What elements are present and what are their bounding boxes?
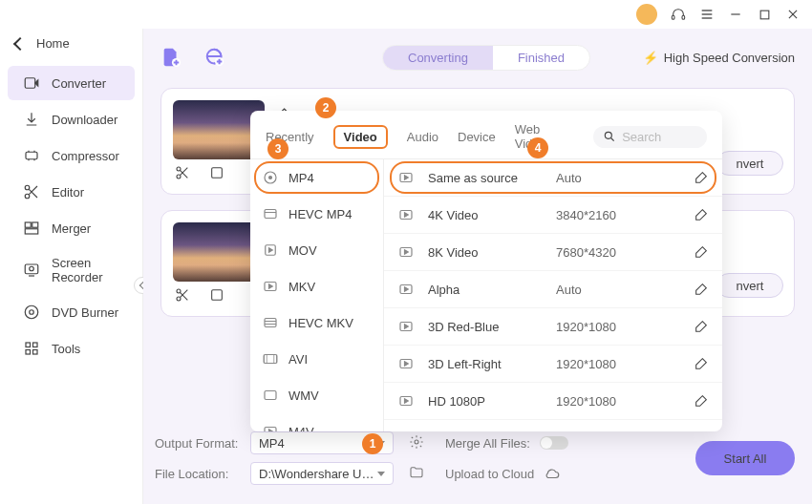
- svg-rect-29: [212, 168, 223, 178]
- resolution-option[interactable]: HD 720P1280*720: [384, 420, 722, 431]
- sidebar-item-compressor[interactable]: Compressor: [8, 138, 135, 173]
- edit-icon[interactable]: [694, 319, 709, 334]
- sidebar-item-merger[interactable]: Merger: [8, 211, 135, 245]
- crop-icon[interactable]: [209, 165, 226, 182]
- sidebar-icon: [23, 340, 40, 357]
- sidebar-item-screen-recorder[interactable]: Screen Recorder: [8, 247, 135, 293]
- edit-icon[interactable]: [694, 356, 709, 371]
- sidebar-item-downloader[interactable]: Downloader: [8, 102, 135, 136]
- format-m4v[interactable]: M4V: [250, 413, 383, 431]
- format-label: HEVC MKV: [288, 316, 353, 330]
- resolution-value: Auto: [556, 283, 680, 297]
- svg-point-28: [177, 175, 181, 178]
- format-icon: [262, 205, 279, 222]
- sidebar-item-editor[interactable]: Editor: [8, 175, 135, 209]
- format-wmv[interactable]: WMV: [250, 377, 383, 413]
- tab-device[interactable]: Device: [458, 130, 496, 144]
- edit-icon[interactable]: [694, 393, 709, 409]
- svg-point-34: [605, 132, 611, 138]
- callout-3: 3: [267, 138, 288, 159]
- sidebar-item-label: DVD Burner: [52, 305, 118, 320]
- convert-button[interactable]: nvert: [716, 151, 783, 176]
- tab-converting[interactable]: Converting: [383, 46, 493, 70]
- resolution-label: HD 720P: [428, 431, 543, 432]
- start-all-button[interactable]: Start All: [695, 441, 795, 475]
- trim-icon[interactable]: [175, 287, 192, 304]
- format-icon: [262, 423, 279, 431]
- add-url-button[interactable]: [204, 47, 225, 68]
- high-speed-toggle[interactable]: ⚡ High Speed Conversion: [643, 51, 795, 65]
- svg-rect-37: [265, 210, 276, 219]
- sidebar-item-converter[interactable]: Converter: [8, 66, 135, 100]
- resolution-label: Same as source: [428, 171, 543, 185]
- resolution-value: 1920*1080: [556, 357, 680, 371]
- menu-icon[interactable]: [699, 7, 715, 22]
- format-avi[interactable]: AVI: [250, 341, 383, 377]
- resolution-option[interactable]: Same as sourceAuto: [384, 159, 722, 197]
- format-icon: [262, 242, 279, 259]
- tab-audio[interactable]: Audio: [407, 130, 438, 144]
- edit-icon[interactable]: [694, 430, 709, 431]
- edit-icon[interactable]: [694, 244, 709, 260]
- resolution-value: 1280*720: [556, 431, 680, 432]
- resolution-option[interactable]: HD 1080P1920*1080: [384, 383, 722, 420]
- format-icon: [262, 350, 279, 368]
- sidebar-item-dvd-burner[interactable]: DVD Burner: [8, 295, 135, 329]
- resolution-value: 3840*2160: [556, 208, 680, 222]
- footer: Output Format: MP4 Merge All Files: File…: [143, 424, 812, 504]
- edit-icon[interactable]: [694, 170, 709, 185]
- bolt-icon: ⚡: [643, 51, 658, 65]
- format-hevc-mp4[interactable]: HEVC MP4: [250, 196, 383, 232]
- resolution-label: 4K Video: [428, 208, 543, 222]
- resolution-value: 1920*1080: [556, 320, 680, 334]
- format-mp4[interactable]: MP4: [250, 159, 383, 196]
- trim-icon[interactable]: [175, 165, 192, 182]
- svg-rect-32: [212, 290, 223, 301]
- resolution-option[interactable]: 3D Red-Blue1920*1080: [384, 308, 722, 346]
- svg-rect-13: [25, 222, 31, 227]
- sidebar-icon: [23, 183, 40, 200]
- merge-toggle[interactable]: [540, 436, 568, 450]
- svg-point-31: [177, 297, 181, 301]
- svg-point-30: [177, 289, 181, 293]
- tab-segment: Converting Finished: [382, 45, 590, 71]
- edit-icon[interactable]: [694, 207, 709, 222]
- search-placeholder: Search: [622, 130, 661, 144]
- file-location-select[interactable]: D:\Wondershare UniConverter 1: [250, 462, 394, 485]
- tab-finished[interactable]: Finished: [493, 46, 589, 70]
- sidebar-item-tools[interactable]: Tools: [8, 331, 135, 366]
- resolution-option[interactable]: AlphaAuto: [384, 271, 722, 308]
- svg-rect-40: [265, 319, 276, 327]
- resolution-option[interactable]: 3D Left-Right1920*1080: [384, 346, 722, 383]
- format-search-input[interactable]: Search: [593, 126, 707, 148]
- cloud-icon[interactable]: [544, 465, 561, 482]
- minimize-icon[interactable]: [728, 7, 743, 22]
- format-mov[interactable]: MOV: [250, 232, 383, 268]
- gear-icon[interactable]: [409, 434, 426, 452]
- format-mkv[interactable]: MKV: [250, 268, 383, 304]
- maximize-icon[interactable]: [757, 7, 772, 22]
- sidebar-home[interactable]: Home: [0, 29, 142, 64]
- video-icon: [397, 318, 415, 335]
- tab-video[interactable]: Video: [333, 125, 388, 149]
- format-hevc-mkv[interactable]: HEVC MKV: [250, 304, 383, 341]
- resolution-option[interactable]: 4K Video3840*2160: [384, 197, 722, 234]
- sidebar-icon: [23, 111, 40, 128]
- convert-button[interactable]: nvert: [716, 273, 783, 298]
- output-format-label: Output Format:: [155, 436, 241, 451]
- avatar[interactable]: [636, 4, 657, 25]
- video-icon: [397, 430, 415, 431]
- svg-rect-15: [25, 229, 38, 234]
- svg-rect-41: [264, 355, 277, 364]
- close-icon[interactable]: [785, 7, 801, 22]
- edit-icon[interactable]: [694, 282, 709, 297]
- add-file-button[interactable]: [160, 47, 182, 68]
- svg-rect-1: [682, 15, 685, 19]
- crop-icon[interactable]: [209, 287, 226, 304]
- format-label: HEVC MP4: [288, 207, 352, 221]
- format-popover: RecentlyVideoAudioDeviceWeb VideoSearch …: [250, 111, 722, 431]
- resolution-label: HD 1080P: [428, 394, 543, 409]
- folder-icon[interactable]: [409, 465, 426, 482]
- headset-icon[interactable]: [671, 7, 686, 22]
- resolution-option[interactable]: 8K Video7680*4320: [384, 234, 722, 271]
